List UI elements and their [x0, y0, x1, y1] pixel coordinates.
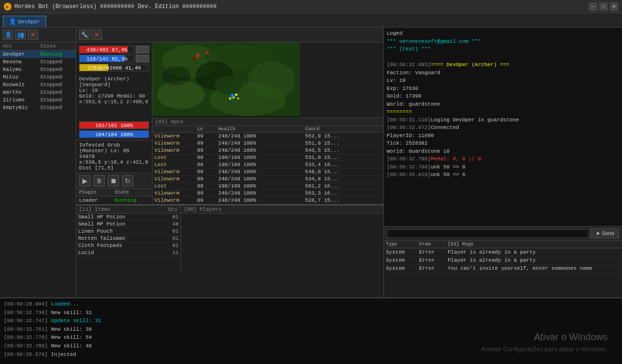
svg-text:H: H: [6, 5, 8, 10]
account-row[interactable]: KalymsStopped: [0, 66, 76, 73]
pause-button[interactable]: ⏸: [93, 175, 105, 187]
npc-scroll[interactable]: Lv Health Coord Vileworm09248/248 100%55…: [152, 126, 383, 204]
log-text: Lv: 19: [387, 78, 406, 83]
account-name: Rozwelt: [3, 82, 40, 88]
refresh-button[interactable]: ↻: [122, 175, 133, 187]
char-gold: Gold: 17398 Medal: 00: [79, 93, 149, 99]
remove-account-button[interactable]: ✕: [28, 30, 38, 40]
messages-table: Type From [03] Msgs SystemErrorPlayer is…: [384, 241, 622, 273]
log-line: ========: [387, 108, 619, 116]
settings-button[interactable]: 🔧: [79, 30, 90, 40]
log-lines: [08:50:31.085]==== DevOper (Archer) ===F…: [387, 61, 619, 179]
item-name: Cloth Footpads: [76, 242, 163, 249]
bars-section: 430/492 87,4% 116/141 82,3%: [76, 42, 152, 74]
play-button[interactable]: ▶: [79, 175, 90, 187]
account-row[interactable]: MituzStopped: [0, 73, 76, 81]
npc-coord: 551,8 15...: [303, 140, 383, 147]
svg-point-11: [196, 54, 200, 58]
npc-lv: 09: [195, 140, 216, 147]
log-line: World: guardstone: [387, 100, 619, 108]
account-row[interactable]: EmptyNicStopped: [0, 104, 76, 111]
minimize-button[interactable]: ─: [589, 2, 597, 11]
account-row[interactable]: RozweltStopped: [0, 81, 76, 89]
bottom-log-text: New skill: 54: [48, 334, 91, 340]
maximize-button[interactable]: □: [599, 2, 608, 11]
npc-coord: 533,4 16...: [303, 161, 383, 168]
log-line: World: Guardstone 10: [387, 148, 619, 156]
mid-panel: 🔧 ✕ 430/492 87,4%: [76, 28, 384, 297]
msg-type: System: [384, 265, 417, 273]
account-name: EmptyNic: [3, 105, 40, 110]
log-line: Gold: 17398: [387, 92, 619, 100]
manage-accounts-button[interactable]: 👥: [15, 30, 26, 40]
target-hp-bar: 102/102 100%: [79, 121, 149, 129]
bottom-log-text: Injected: [48, 352, 76, 357]
account-name: DevOper: [3, 51, 40, 57]
bottom-log-text: Loaded...: [48, 301, 79, 307]
message-row: SystemErrorPlayer is already in a party: [384, 248, 622, 256]
chat-input[interactable]: [387, 229, 589, 238]
tab-label: DevOper: [18, 19, 40, 25]
log-text: ==== DevOper (Archer) ===: [431, 62, 509, 68]
log-line: [08:50:32.706]Medal: 0, 0 || 0: [387, 155, 619, 163]
account-row[interactable]: ZiriumsStopped: [0, 96, 76, 104]
items-qty-label: Qty: [168, 207, 178, 212]
players-panel: [00] Players: [181, 205, 383, 271]
target-coords: x:538,5 y:18,4 z:421,0 Dist [71,5]: [79, 159, 149, 171]
svg-point-13: [193, 58, 196, 60]
svg-point-6: [157, 80, 205, 109]
add-account-button[interactable]: 👤: [3, 30, 13, 40]
bottom-log-ts: [08:50:32.780]: [4, 343, 48, 349]
mp-bar: 116/141 82,3%: [79, 55, 135, 62]
npc-lv: 08: [195, 154, 216, 161]
svg-point-12: [206, 51, 209, 54]
stop-button[interactable]: ⏹: [108, 175, 119, 187]
log-test: *** (test) ***: [387, 45, 619, 53]
npc-health: 248/248 100%: [216, 133, 303, 140]
items-section-label: [11] Items: [79, 207, 110, 212]
msg-from-header: From: [417, 241, 446, 248]
bottom-log-text: New skill: 31: [48, 310, 91, 315]
npc-health: 198/198 100%: [216, 183, 303, 190]
messages-area: Type From [03] Msgs SystemErrorPlayer is…: [384, 240, 622, 297]
bottom-log-line: [08:50:32.761] New skill: 38: [4, 325, 618, 334]
account-state: Running: [40, 51, 73, 57]
tab-devoper[interactable]: 👤 DevOper: [3, 16, 46, 27]
log-text: Gold: 17398: [387, 93, 421, 99]
mid-top-row: 430/492 87,4% 116/141 82,3%: [76, 42, 383, 205]
items-scroll[interactable]: Small HP Potion01Small MP Potion48Linen …: [76, 214, 181, 256]
log-text: Loging DevOper in guardstone: [431, 117, 519, 123]
window-title: Hordes Bot (Browserless) ########## Dev.…: [14, 3, 217, 10]
close-button[interactable]: ✕: [610, 2, 618, 11]
log-text: Tick: 2528382: [387, 140, 428, 146]
account-state: Stopped: [40, 89, 73, 95]
npc-coord: 528,7 15...: [303, 197, 383, 204]
svg-point-18: [231, 94, 234, 98]
send-button[interactable]: ➤ Send: [591, 228, 619, 238]
account-row[interactable]: WarthsStopped: [0, 89, 76, 96]
account-row[interactable]: RexonaStopped: [0, 58, 76, 66]
npc-name: Vileworm: [152, 197, 195, 204]
account-row[interactable]: DevOperRunning: [0, 50, 76, 58]
bottom-log-line: [08:50:32.770] New skill: 54: [4, 334, 618, 342]
npc-name: Vileworm: [152, 133, 195, 140]
target-mp-bar: 104/104 100%: [79, 130, 149, 138]
npc-lv: 09: [195, 168, 216, 176]
npc-coord: 552,9 15...: [303, 133, 383, 140]
npc-name: Vileworm: [152, 140, 195, 147]
msg-type: System: [384, 256, 417, 265]
svg-point-9: [162, 66, 191, 85]
item-qty: 01: [163, 235, 181, 242]
log-line: PlayerID: 11690: [387, 132, 619, 140]
npc-row: Vileworm09248/248 100%552,9 15...: [152, 133, 383, 140]
accounts-toolbar: 👤 👥 ✕: [0, 28, 76, 42]
bottom-log-text: New skill: 38: [48, 326, 91, 332]
npc-health: 248/248 100%: [216, 197, 303, 204]
close-account-button[interactable]: ✕: [91, 30, 102, 40]
main-content: 👤 👥 ✕ Acc State DevOperRunningRexonaStop…: [0, 28, 622, 297]
target-mp-bar-row: 104/104 100%: [79, 130, 149, 138]
msg-text: Player is already in a party: [446, 248, 622, 256]
npc-coord: 531,0 15...: [303, 154, 383, 161]
hp-bar-extra: [136, 46, 149, 53]
accounts-header: Acc State: [0, 42, 76, 50]
